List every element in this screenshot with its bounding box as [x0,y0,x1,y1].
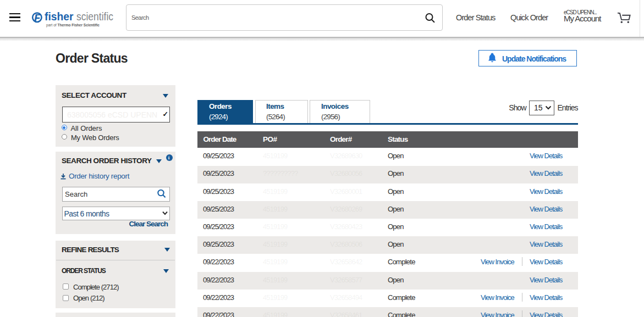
svg-text:part of Thermo Fisher Scientif: part of Thermo Fisher Scientific [46,23,100,27]
svg-text:scientific: scientific [76,11,113,23]
svg-text:F: F [34,13,40,23]
svg-text:fisher: fisher [45,11,74,23]
